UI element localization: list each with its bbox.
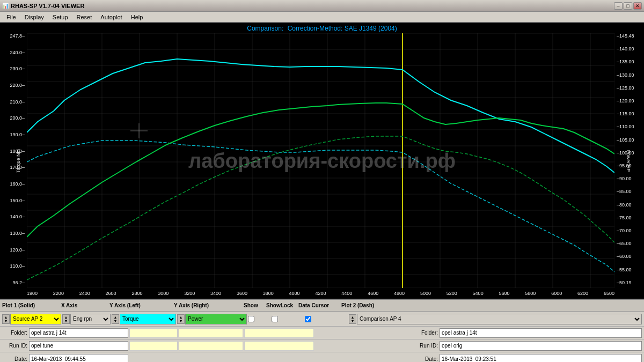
x-label-13: 4600	[368, 291, 378, 296]
plot1-date-label: Date:	[2, 356, 29, 362]
plot1-power-curve	[27, 103, 614, 237]
y-right-label-7: –110.00	[614, 124, 644, 129]
controls-row1: ▲▼ Source AP 2 ▲▼ Eng rpn ▲▼ Torque ▲▼ P…	[0, 312, 644, 327]
x-axis: 1900 2200 2400 2600 2800 3000 3200 3400 …	[27, 288, 614, 299]
plot2-date-input[interactable]	[440, 354, 642, 362]
plot1-runid-label: Run ID:	[2, 343, 29, 349]
menu-autoplot[interactable]: Autoplot	[96, 13, 126, 21]
folder-mid-input1[interactable]	[129, 328, 178, 338]
y-left-label-4: 210.0–	[0, 99, 27, 105]
y-left-spinner[interactable]: ▲▼	[112, 314, 119, 324]
plot2-source-select[interactable]: Comparison AP 4	[357, 314, 642, 324]
showlock-checkboxes	[272, 316, 304, 322]
col-header-yright: Y Axis (Right)	[174, 302, 244, 308]
y-right-label-3: –130.00	[614, 72, 644, 78]
plot2-runid-input[interactable]	[440, 341, 642, 351]
menu-file[interactable]: File	[2, 13, 20, 21]
x-label-4: 2800	[131, 291, 142, 296]
y-right-label-12: –85.00	[614, 189, 644, 194]
y-left-label-13: 120.0–	[0, 247, 27, 253]
y-right-label-17: –60.00	[614, 254, 644, 259]
col-header-xaxis: X Axis	[61, 302, 109, 308]
menu-display[interactable]: Display	[20, 13, 48, 21]
plot2-runid-label: Run ID:	[413, 343, 440, 349]
plot2-date-label: Date:	[413, 356, 440, 362]
y-left-label-7: 180.0–	[0, 149, 27, 154]
x-label-12: 4400	[341, 291, 352, 296]
x-label-9: 3800	[263, 291, 274, 296]
folder-mid-input2[interactable]	[179, 328, 243, 338]
y-axis-right-title: Power HP	[626, 150, 632, 172]
y-right-label-0: –145.48	[614, 33, 644, 39]
col-headers: Plot 1 (Solid) X Axis Y Axis (Left) Y Ax…	[0, 300, 644, 312]
plot2-source-spinner[interactable]: ▲▼	[349, 314, 356, 324]
x-label-18: 5600	[499, 291, 509, 296]
minimize-button[interactable]: –	[614, 2, 623, 10]
y-right-label-16: –65.00	[614, 241, 644, 246]
y-right-label-19: –50.19	[614, 280, 644, 285]
plot1-runid-input[interactable]	[29, 341, 128, 351]
y-left-control: ▲▼ Torque	[112, 314, 176, 324]
y-left-label-11: 140.0–	[0, 214, 27, 219]
y-right-select[interactable]: Power	[185, 314, 247, 324]
y-right-label-5: –120.00	[614, 98, 644, 104]
x-label-3: 2600	[106, 291, 116, 296]
plot1-torque-curve	[27, 59, 614, 173]
show-checkboxes	[248, 316, 270, 322]
col-header-datacursor: Data Cursor	[298, 302, 341, 308]
y-left-label-2: 230.0–	[0, 66, 27, 71]
y-left-label-8: 170.0–	[0, 165, 27, 170]
col-header-showlock: ShowLock	[266, 302, 298, 308]
plot1-source-select[interactable]: Source AP 2	[10, 314, 61, 324]
x-label-7: 3400	[210, 291, 221, 296]
y-left-label-10: 150.0–	[0, 198, 27, 203]
plot1-date-input[interactable]	[29, 354, 128, 362]
x-axis-spinner[interactable]: ▲▼	[62, 314, 70, 324]
date-row: Date: Date:	[0, 352, 644, 362]
x-label-1: 2200	[53, 291, 64, 296]
crosshair-marker	[130, 123, 148, 138]
y-left-label-9: 160.0–	[0, 181, 27, 187]
menu-reset[interactable]: Reset	[72, 13, 97, 21]
runid-mid-input3[interactable]	[244, 341, 314, 351]
close-button[interactable]: ✕	[633, 2, 642, 10]
plot1-source-spinner[interactable]: ▲▼	[2, 314, 10, 324]
x-label-6: 3200	[184, 291, 195, 296]
y-right-spinner[interactable]: ▲▼	[177, 314, 185, 324]
x-axis-select[interactable]: Eng rpn	[70, 314, 111, 324]
y-left-label-0: 247.8–	[0, 33, 27, 39]
plot1-date-row: Date:	[2, 354, 128, 362]
restore-button[interactable]: □	[624, 2, 632, 10]
y-axis-left: 247.8– 240.0– 230.0– 220.0– 210.0– 200.0…	[0, 23, 27, 288]
col-header-plot2: Plot 2 (Dash)	[341, 302, 642, 308]
y-right-label-15: –70.00	[614, 228, 644, 233]
plot2-folder-label: Folder:	[413, 330, 440, 336]
x-axis-control: ▲▼ Eng rpn	[62, 314, 111, 324]
y-right-label-8: –105.00	[614, 137, 644, 143]
y-left-label-3: 220.0–	[0, 83, 27, 88]
y-right-label-4: –125.00	[614, 85, 644, 91]
app-icon: 📊	[2, 3, 9, 9]
plot2-date-row: Date:	[413, 354, 642, 362]
runid-mid-input2[interactable]	[179, 341, 243, 351]
x-label-10: 4000	[289, 291, 300, 296]
datacursor-checkbox[interactable]	[305, 316, 311, 322]
col-header-show: Show	[244, 302, 266, 308]
y-left-select[interactable]: Torque	[120, 314, 176, 324]
datacursor-checkbox-container	[305, 316, 348, 322]
ave-checkbox-container	[248, 316, 270, 322]
plot1-runid-row: Run ID:	[2, 341, 128, 351]
x-label-14: 4800	[394, 291, 405, 296]
runid-mid-input1[interactable]	[129, 341, 178, 351]
menu-setup[interactable]: Setup	[48, 13, 72, 21]
titlebar-title: RHAS-SP V1.7-04 VIEWER	[11, 3, 613, 9]
menu-help[interactable]: Help	[127, 13, 148, 21]
plot2-folder-input[interactable]	[440, 328, 642, 338]
correction-method: Correction-Method: SAE J1349 (2004)	[288, 25, 397, 32]
x-label-15: 5000	[420, 291, 431, 296]
showlock-checkbox[interactable]	[272, 316, 278, 322]
ave-checkbox[interactable]	[248, 316, 254, 322]
plot1-folder-input[interactable]	[29, 328, 128, 338]
plot2-folder-row: Folder:	[413, 328, 642, 338]
folder-mid-input3[interactable]	[244, 328, 314, 338]
